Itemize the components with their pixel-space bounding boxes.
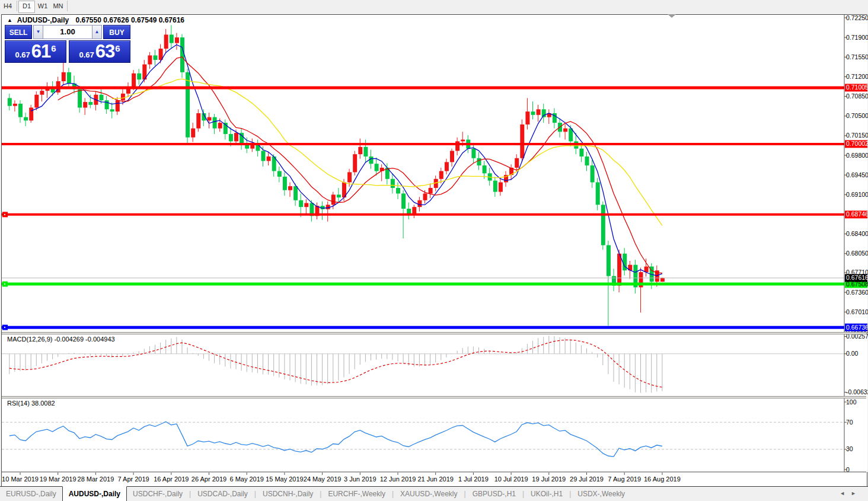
volume-decrease-button[interactable]: ▼ [33, 25, 43, 39]
chart-tab-usdcad[interactable]: USDCAD-,Daily [192, 487, 254, 501]
chart-tab-gbpusd[interactable]: GBPUSD-,H1 [467, 487, 522, 501]
toolbar-separator [67, 1, 68, 11]
volume-input[interactable]: 1.00 [43, 25, 92, 39]
chart-tab-usdx[interactable]: USDX-,Weekly [572, 487, 631, 501]
chart-tab-usdchf[interactable]: USDCHF-,Daily [127, 487, 189, 501]
toolbar-separator [17, 1, 17, 11]
sell-price-big: 61 [31, 42, 50, 62]
rsi-label: RSI(14) 38.0082 [7, 400, 55, 407]
sell-price-box[interactable]: 0.67 61 6 [5, 40, 66, 63]
chart-tab-audusd[interactable]: AUDUSD-,Daily [62, 486, 127, 501]
macd-label: MACD(12,26,9) -0.004269 -0.004943 [7, 336, 115, 343]
chart-tab-usdcnh[interactable]: USDCNH-,Daily [257, 487, 319, 501]
symbol-name: AUDUSD-,Daily [17, 16, 69, 24]
chart-title: ▲ AUDUSD-,Daily 0.67550 0.67626 0.67549 … [7, 16, 184, 24]
sell-price-pip: 6 [51, 43, 56, 53]
trading-terminal: { "toolbar": { "timeframes": [ {"label":… [0, 0, 868, 501]
tabs-scroll-left-icon[interactable]: ◄ [840, 490, 851, 496]
ohlc-values: 0.67550 0.67626 0.67549 0.67616 [76, 16, 185, 24]
chart-window[interactable] [1, 14, 867, 487]
chart-tab-ukoil[interactable]: UKOil-,H1 [525, 487, 569, 501]
buy-price-box[interactable]: 0.67 63 6 [69, 40, 130, 63]
panel-splitter[interactable] [2, 332, 866, 334]
buy-price-big: 63 [95, 42, 114, 62]
buy-button[interactable]: BUY [103, 25, 130, 39]
chart-tab-eurusd[interactable]: EURUSD-,Daily [0, 487, 62, 501]
timeframe-toolbar: H4D1W1MN [0, 0, 868, 14]
tabs-scroll-right-icon[interactable]: ► [851, 490, 862, 496]
collapse-panel-icon[interactable]: ▲ [7, 17, 12, 23]
buy-price-pip: 6 [115, 43, 120, 53]
one-click-trade-panel: SELL ▼ 1.00 ▲ BUY 0.67 61 6 0.67 63 6 [5, 25, 132, 63]
sell-button[interactable]: SELL [5, 25, 32, 39]
symbol-tabbar: EURUSD-,DailyAUDUSD-,DailyUSDCHF-,Daily|… [0, 486, 868, 501]
timeframe-button-h4[interactable]: H4 [0, 1, 15, 12]
timeframe-button-d1[interactable]: D1 [18, 1, 35, 13]
chart-tab-xauusd[interactable]: XAUUSD-,Weekly [394, 487, 463, 501]
panel-splitter[interactable] [2, 396, 866, 398]
timeframe-button-mn[interactable]: MN [50, 1, 66, 12]
sell-price-prefix: 0.67 [15, 50, 30, 59]
volume-increase-button[interactable]: ▲ [92, 25, 102, 39]
chart-tab-eurchf[interactable]: EURCHF-,Weekly [322, 487, 391, 501]
buy-price-prefix: 0.67 [79, 50, 94, 59]
timeframe-button-w1[interactable]: W1 [35, 1, 50, 12]
